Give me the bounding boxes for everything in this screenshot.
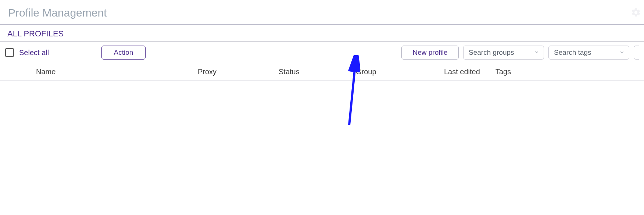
table-header-row: Name Proxy Status Group Last edited Tags	[0, 63, 644, 81]
new-profile-button[interactable]: New profile	[401, 46, 459, 60]
action-button[interactable]: Action	[101, 46, 146, 60]
select-all-checkbox[interactable]	[5, 48, 14, 57]
col-header-last-edited: Last edited	[444, 68, 495, 76]
col-header-name: Name	[36, 68, 198, 76]
search-groups-placeholder: Search groups	[469, 49, 514, 57]
select-all-label: Select all	[19, 49, 49, 57]
chevron-down-icon	[534, 49, 539, 57]
search-tags-select[interactable]: Search tags	[548, 46, 629, 60]
page-title: Profile Management	[0, 0, 644, 25]
col-header-tags: Tags	[495, 68, 540, 76]
col-header-status: Status	[279, 68, 356, 76]
toolbar: Select all Action New profile Search gro…	[0, 42, 644, 63]
col-header-proxy: Proxy	[198, 68, 279, 76]
trailing-control-stub[interactable]	[634, 46, 639, 60]
sub-header: ALL PROFILES	[0, 25, 644, 42]
chevron-down-icon	[619, 49, 625, 57]
select-all-wrap: Select all	[5, 48, 90, 57]
search-tags-placeholder: Search tags	[554, 49, 591, 57]
gear-icon	[631, 7, 641, 18]
search-groups-select[interactable]: Search groups	[463, 46, 544, 60]
col-header-group: Group	[356, 68, 444, 76]
